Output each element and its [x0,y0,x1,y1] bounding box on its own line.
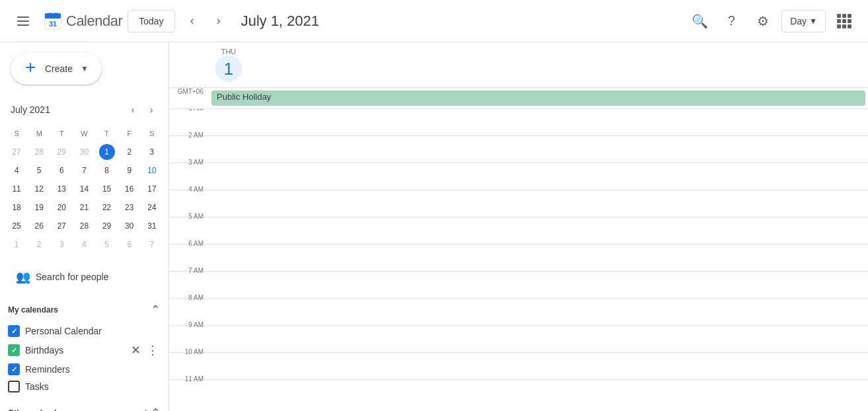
time-slot[interactable] [209,272,868,298]
calendar-day[interactable]: 17 [141,180,163,198]
calendar-day[interactable]: 20 [50,198,73,217]
time-slot[interactable] [209,217,868,244]
mini-cal-header: July 2021 ‹ › [5,98,163,122]
calendar-label: Tasks [25,381,161,392]
other-calendars-actions: + ⌃ [142,406,161,411]
prev-button[interactable]: ‹ [180,9,204,33]
calendar-day[interactable]: 29 [50,143,73,161]
other-calendars-header[interactable]: Other calendars + ⌃ [0,400,168,411]
google-calendar-logo: 31 [42,11,63,32]
search-button[interactable]: 🔍 [686,8,713,34]
calendar-day[interactable]: 31 [141,217,163,235]
calendar-day[interactable]: 11 [5,180,28,198]
my-calendar-item[interactable]: Reminders [0,361,168,378]
search-people[interactable]: 👥 Search for people [8,264,161,289]
calendar-day[interactable]: 21 [73,198,95,217]
calendar-day[interactable]: 9 [118,161,141,180]
calendar-day[interactable]: 6 [50,161,73,180]
add-other-calendar-icon[interactable]: + [142,406,149,412]
calendar-day[interactable]: 30 [118,217,141,235]
calendar-day[interactable]: 7 [141,235,163,254]
calendar-day[interactable]: 25 [5,217,28,235]
topbar-left: 31 Calendar [11,8,122,34]
calendar-day[interactable]: 29 [96,217,118,235]
current-date-label: July 1, 2021 [241,13,320,30]
calendar-day[interactable]: 1 [96,143,118,161]
calendar-checkbox[interactable] [8,363,20,375]
time-slot[interactable] [209,326,868,352]
calendar-day[interactable]: 15 [96,180,118,198]
time-label: 6 AM [169,240,209,271]
time-slot[interactable] [209,163,868,190]
calendar-day[interactable]: 28 [28,143,50,161]
calendar-day[interactable]: 22 [96,198,118,217]
help-button[interactable]: ? [718,8,744,34]
calendar-day[interactable]: 28 [73,217,95,235]
calendar-day[interactable]: 27 [5,143,28,161]
time-slot[interactable] [209,244,868,271]
calendar-day[interactable]: 14 [73,180,95,198]
calendar-day[interactable]: 5 [96,235,118,254]
my-calendar-item[interactable]: Birthdays✕⋮ [0,340,168,361]
my-calendars-header[interactable]: My calendars ⌃ [0,297,168,322]
calendar-day[interactable]: 27 [50,217,73,235]
create-button[interactable]: Create ▼ [11,53,102,85]
time-slot[interactable] [209,353,868,379]
time-label: 5 AM [169,213,209,244]
settings-button[interactable]: ⚙ [750,8,776,34]
calendar-day[interactable]: 13 [50,180,73,198]
calendar-day[interactable]: 2 [28,235,50,254]
calendar-day[interactable]: 24 [141,198,163,217]
weekday-header: S [141,124,163,143]
calendar-day[interactable]: 23 [118,198,141,217]
mini-next-button[interactable]: › [142,100,161,119]
more-options-icon[interactable]: ⋮ [145,342,161,358]
my-calendar-item[interactable]: Tasks [0,378,168,395]
calendar-day[interactable]: 19 [28,198,50,217]
time-slot[interactable] [209,380,868,406]
menu-button[interactable] [11,8,37,34]
cal-main: THU 1 GMT+06 Public Holiday 1 AM2 AM3 AM… [169,42,868,411]
calendar-checkbox[interactable] [8,344,20,356]
calendar-day[interactable]: 7 [73,161,95,180]
calendar-day[interactable]: 26 [28,217,50,235]
calendar-day[interactable]: 4 [5,161,28,180]
calendar-day[interactable]: 2 [118,143,141,161]
hide-calendar-icon[interactable]: ✕ [127,342,143,358]
day-number[interactable]: 1 [215,56,242,82]
calendar-day[interactable]: 3 [141,143,163,161]
day-of-week: THU [209,48,248,56]
my-calendar-item[interactable]: Personal Calendar [0,322,168,340]
calendar-day[interactable]: 10 [141,161,163,180]
next-button[interactable]: › [207,9,231,33]
time-slot[interactable] [209,299,868,325]
public-holiday-event[interactable]: Public Holiday [211,91,865,106]
time-slot[interactable] [209,136,868,163]
today-button[interactable]: Today [127,10,174,32]
calendar-day[interactable]: 16 [118,180,141,198]
calendar-checkbox[interactable] [8,381,20,392]
time-slot[interactable] [209,190,868,217]
logo-container: 31 Calendar [42,11,122,32]
time-label: 3 AM [169,159,209,190]
view-selector[interactable]: Day ▼ [781,10,826,32]
calendar-day[interactable]: 4 [73,235,95,254]
calendar-day[interactable]: 12 [28,180,50,198]
time-label: 8 AM [169,294,209,325]
calendar-day[interactable]: 18 [5,198,28,217]
calendar-checkbox[interactable] [8,325,20,337]
calendar-day[interactable]: 1 [5,235,28,254]
calendar-day[interactable]: 8 [96,161,118,180]
view-label: Day [790,16,807,26]
apps-button[interactable] [831,8,857,34]
calendar-day[interactable]: 3 [50,235,73,254]
calendar-day[interactable]: 30 [73,143,95,161]
calendar-day[interactable]: 6 [118,235,141,254]
chevron-down-icon: ▼ [809,17,817,26]
calendar-day[interactable]: 5 [28,161,50,180]
time-row: 10 AM [169,352,868,379]
mini-prev-button[interactable]: ‹ [124,100,142,119]
mini-nav: ‹ › [124,100,161,119]
time-slot[interactable] [209,109,868,135]
svg-rect-2 [45,16,61,19]
